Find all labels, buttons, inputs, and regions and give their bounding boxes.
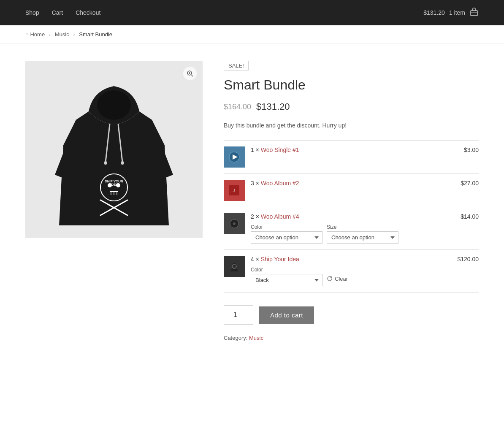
price-old: $164.00 (224, 103, 251, 111)
price-wrap: $164.00 $131.20 (224, 101, 479, 112)
category-label: Category: (224, 335, 247, 341)
main-nav: Shop Cart Checkout (25, 9, 100, 16)
zoom-icon[interactable] (183, 67, 197, 80)
bundle-item-4: 4 × Ship Your Idea $120.00 Color Black W… (224, 250, 479, 293)
item-qty-3: 2 × (251, 213, 261, 220)
product-image-wrap: SHIP YOUR IDEA (25, 61, 203, 341)
home-icon: ⌂ (25, 31, 29, 38)
cart-price: $131.20 (423, 9, 445, 16)
hoodie-illustration: SHIP YOUR IDEA (51, 69, 177, 230)
breadcrumb-current: Smart Bundle (79, 31, 112, 38)
quantity-input[interactable] (224, 305, 253, 325)
item-price-4: $120.00 (457, 256, 479, 263)
item-title-4: 4 × Ship Your Idea (251, 256, 299, 263)
color-select-wrap-3: Color Choose an option Black White (251, 224, 322, 244)
item-link-4[interactable]: Ship Your Idea (261, 256, 299, 263)
variant-selects-4: Color Black White Red (251, 267, 479, 286)
nav-checkout[interactable]: Checkout (76, 9, 100, 16)
cart-item-count: 1 item (449, 9, 465, 16)
breadcrumb-sep-1: › (49, 31, 51, 38)
item-body-2: 3 × Woo Album #2 $27.00 (251, 180, 479, 187)
product-info: SALE! Smart Bundle $164.00 $131.20 Buy t… (224, 61, 479, 341)
product-image: SHIP YOUR IDEA (25, 61, 203, 238)
item-body-1: 1 × Woo Single #1 $3.00 (251, 146, 479, 153)
svg-point-5 (104, 161, 107, 165)
add-to-cart-button[interactable]: Add to cart (259, 306, 314, 324)
item-price-3: $14.00 (461, 213, 479, 220)
item-title-3: 2 × Woo Album #4 (251, 213, 299, 220)
clear-label-4: Clear (335, 276, 348, 282)
item-thumb-1 (224, 146, 245, 168)
item-body-4: 4 × Ship Your Idea $120.00 Color Black W… (251, 256, 479, 286)
item-link-3[interactable]: Woo Album #4 (261, 213, 299, 220)
item-price-1: $3.00 (464, 146, 479, 153)
refresh-icon (327, 276, 333, 282)
item-link-2[interactable]: Woo Album #2 (261, 180, 299, 187)
variant-selects-3: Color Choose an option Black White Size … (251, 224, 479, 244)
breadcrumb-music[interactable]: Music (55, 31, 69, 38)
category-link[interactable]: Music (249, 335, 263, 341)
item-title-2: 3 × Woo Album #2 (251, 180, 299, 187)
breadcrumb: ⌂ Home › Music › Smart Bundle (0, 25, 504, 44)
nav-cart[interactable]: Cart (52, 9, 63, 16)
cart-icon[interactable] (469, 8, 479, 18)
svg-text:IDEA: IDEA (110, 183, 118, 187)
item-qty-1: 1 × (251, 146, 261, 153)
svg-line-15 (191, 75, 193, 76)
sale-badge: SALE! (224, 61, 249, 70)
item-link-1[interactable]: Woo Single #1 (261, 146, 299, 153)
svg-point-2 (97, 90, 131, 120)
size-select-wrap-3: Size Choose an option S M L XL (327, 224, 398, 244)
bundle-items: 1 × Woo Single #1 $3.00 ♪ (224, 140, 479, 293)
color-select-4[interactable]: Black White Red (251, 274, 322, 286)
bundle-item-2: ♪ 3 × Woo Album #2 $27.00 (224, 174, 479, 207)
color-select-wrap-4: Color Black White Red (251, 267, 322, 286)
breadcrumb-sep-2: › (73, 31, 75, 38)
item-qty-2: 3 × (251, 180, 261, 187)
item-thumb-2: ♪ (224, 180, 245, 201)
color-select-3[interactable]: Choose an option Black White (251, 231, 322, 244)
svg-point-6 (121, 161, 124, 165)
nav-shop[interactable]: Shop (25, 9, 39, 16)
color-label-4: Color (251, 267, 322, 273)
product-title: Smart Bundle (224, 77, 479, 93)
item-title-1: 1 × Woo Single #1 (251, 146, 299, 153)
item-qty-4: 4 × (251, 256, 261, 263)
svg-rect-0 (471, 11, 477, 16)
breadcrumb-home[interactable]: Home (30, 31, 45, 38)
site-header: Shop Cart Checkout $131.20 1 item (0, 0, 504, 25)
bundle-item-1: 1 × Woo Single #1 $3.00 (224, 141, 479, 174)
add-to-cart-row: Add to cart (224, 305, 479, 325)
price-new: $131.20 (256, 101, 290, 112)
item-thumb-4 (224, 256, 245, 277)
size-label-3: Size (327, 224, 398, 230)
color-label-3: Color (251, 224, 322, 230)
clear-button-4[interactable]: Clear (327, 271, 348, 286)
size-select-3[interactable]: Choose an option S M L XL (327, 231, 398, 244)
product-page: SHIP YOUR IDEA SALE! Smart Bundle $164.0… (0, 44, 504, 358)
item-price-2: $27.00 (461, 180, 479, 187)
bundle-item-3: 2 × Woo Album #4 $14.00 Color Choose an … (224, 207, 479, 250)
item-thumb-3 (224, 213, 245, 234)
item-body-3: 2 × Woo Album #4 $14.00 Color Choose an … (251, 213, 479, 244)
svg-point-26 (233, 222, 236, 225)
product-description: Buy this bundle and get the discount. Hu… (224, 121, 479, 130)
svg-text:♪: ♪ (233, 187, 236, 193)
category-row: Category: Music (224, 335, 479, 341)
cart-summary: $131.20 1 item (423, 8, 479, 18)
